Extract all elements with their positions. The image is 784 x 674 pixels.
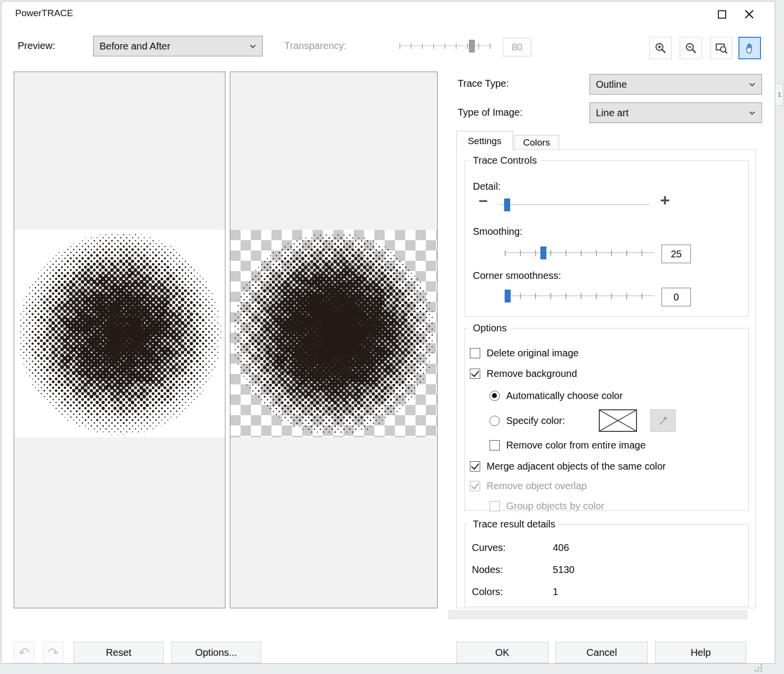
option-label: Automatically choose color (506, 390, 623, 401)
smoothing-slider[interactable] (505, 246, 654, 260)
settings-horizontal-scrollbar[interactable] (448, 610, 747, 619)
delete-original-checkbox[interactable] (470, 348, 480, 358)
option-group-by-color: Group objects by color (490, 496, 744, 516)
option-delete-original[interactable]: Delete original image (470, 343, 744, 363)
preview-label: Preview: (18, 40, 55, 51)
options-group: Options Delete original image Remove bac… (465, 323, 749, 511)
no-color-swatch[interactable] (599, 409, 637, 432)
close-button[interactable] (738, 4, 760, 24)
powertrace-dialog: PowerTRACE Preview: Before and After Tra… (1, 1, 775, 664)
option-label: Remove object overlap (487, 480, 587, 492)
merge-adjacent-checkbox[interactable] (470, 461, 480, 472)
option-label: Remove background (487, 368, 577, 379)
option-specify-color[interactable]: Specify color: (490, 407, 744, 434)
ok-button[interactable]: OK (456, 642, 548, 663)
image-type-label: Type of Image: (458, 107, 522, 118)
option-label: Specify color: (506, 415, 565, 426)
detail-label: Detail: (473, 181, 501, 192)
trace-type-label: Trace Type: (458, 78, 509, 89)
detail-slider[interactable] (500, 198, 649, 212)
tab-colors[interactable]: Colors (514, 135, 559, 150)
auto-color-radio[interactable] (490, 391, 500, 401)
eyedropper-icon (658, 415, 668, 426)
transparency-slider[interactable] (399, 39, 492, 53)
detail-plus-button[interactable]: + (660, 192, 670, 208)
eyedropper-button[interactable] (650, 409, 676, 432)
smoothing-label: Smoothing: (473, 226, 522, 237)
transparency-value-input[interactable]: 80 (503, 38, 531, 56)
resize-grip-icon[interactable] (754, 663, 763, 674)
trace-result-legend: Trace result details (469, 519, 559, 530)
corner-smoothness-label: Corner smoothness: (473, 270, 561, 281)
reset-button[interactable]: Reset (74, 642, 164, 663)
detail-minus-button[interactable]: − (479, 194, 488, 208)
redo-button[interactable]: ↷ (43, 642, 64, 663)
zoom-to-fit-button[interactable] (710, 37, 733, 59)
cancel-button[interactable]: Cancel (556, 642, 648, 663)
maximize-icon (718, 10, 726, 19)
colors-value: 1 (553, 586, 558, 598)
trace-controls-group: Trace Controls Detail: − + Smoothing: 25… (465, 155, 749, 317)
zoom-out-icon (685, 42, 697, 54)
option-merge-adjacent[interactable]: Merge adjacent objects of the same color (470, 456, 744, 476)
tab-settings[interactable]: Settings (456, 131, 513, 150)
undo-button[interactable]: ↶ (14, 642, 34, 663)
no-color-icon (599, 409, 637, 432)
remove-color-entire-checkbox[interactable] (490, 440, 500, 450)
nodes-label: Nodes: (472, 564, 553, 575)
options-legend: Options (469, 323, 511, 334)
preview-after-pane[interactable] (230, 72, 438, 608)
remove-overlap-checkbox (470, 481, 480, 491)
colors-label: Colors: (472, 586, 553, 598)
window-title: PowerTRACE (15, 8, 73, 19)
preview-before-pane[interactable] (14, 72, 225, 608)
option-remove-overlap: Remove object overlap (470, 476, 744, 496)
option-auto-color[interactable]: Automatically choose color (490, 384, 744, 407)
pan-hand-icon (744, 42, 756, 55)
smoothing-slider-thumb[interactable] (540, 247, 546, 259)
help-button[interactable]: Help (655, 642, 746, 663)
trace-controls-legend: Trace Controls (469, 155, 540, 166)
pan-tool-button[interactable] (738, 37, 761, 59)
zoom-to-fit-icon (715, 42, 728, 55)
transparency-label: Transparency: (284, 40, 346, 51)
option-label: Remove color from entire image (506, 440, 646, 451)
option-label: Merge adjacent objects of the same color (487, 461, 666, 472)
after-image[interactable] (230, 230, 437, 437)
tab-settings-label: Settings (468, 136, 502, 147)
transparency-slider-thumb[interactable] (469, 40, 475, 52)
zoom-in-icon (654, 42, 667, 54)
specify-color-radio[interactable] (490, 416, 500, 426)
corner-smoothness-slider[interactable] (505, 289, 654, 303)
detail-slider-thumb[interactable] (504, 199, 510, 211)
settings-tab-panel: Trace Controls Detail: − + Smoothing: 25… (456, 150, 756, 608)
group-by-color-checkbox (490, 501, 500, 511)
curves-label: Curves: (472, 542, 553, 553)
image-type-value: Line art (596, 107, 629, 119)
trace-type-dropdown[interactable]: Outline (589, 74, 762, 95)
before-image[interactable] (14, 230, 225, 437)
chevron-down-icon (749, 82, 756, 87)
corner-slider-thumb[interactable] (505, 290, 511, 302)
preview-dropdown[interactable]: Before and After (93, 36, 263, 56)
curves-value: 406 (553, 542, 569, 553)
option-label: Group objects by color (506, 500, 604, 512)
redo-icon: ↷ (48, 645, 59, 660)
undo-icon: ↶ (19, 645, 29, 660)
smoothing-value-input[interactable]: 25 (662, 245, 691, 263)
chevron-down-icon (749, 111, 756, 115)
remove-background-checkbox[interactable] (470, 369, 480, 379)
options-button[interactable]: Options... (171, 642, 261, 663)
option-remove-color-entire[interactable]: Remove color from entire image (490, 434, 744, 456)
option-remove-background[interactable]: Remove background (470, 363, 744, 384)
result-row-curves: Curves: 406 (472, 537, 748, 559)
result-row-colors: Colors: 1 (472, 581, 748, 603)
image-type-dropdown[interactable]: Line art (589, 102, 762, 123)
docker-flyout-tab[interactable]: 1 (776, 83, 784, 106)
chevron-down-icon (249, 44, 256, 49)
zoom-out-button[interactable] (680, 37, 702, 59)
maximize-button[interactable] (712, 5, 732, 23)
result-row-nodes: Nodes: 5130 (472, 559, 748, 581)
zoom-in-button[interactable] (649, 37, 672, 59)
corner-value-input[interactable]: 0 (662, 288, 691, 306)
